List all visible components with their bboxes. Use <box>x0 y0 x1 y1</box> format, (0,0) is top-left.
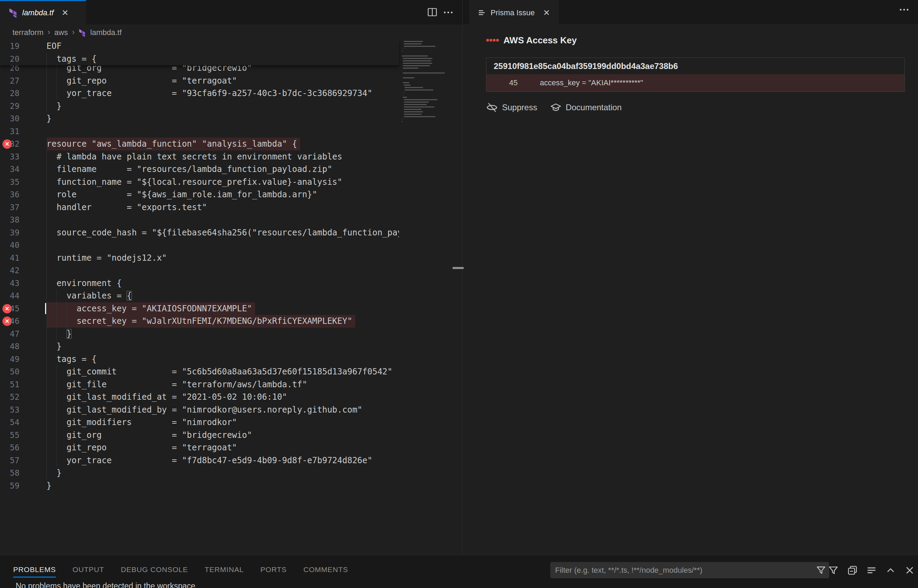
panel-resize-handle[interactable] <box>452 267 464 269</box>
tab-lambda-tf[interactable]: lambda.tf ✕ <box>0 0 86 25</box>
code-line-19[interactable]: 19EOF <box>0 40 399 53</box>
breadcrumb-aws[interactable]: aws <box>55 28 68 37</box>
indent-guide <box>66 315 67 328</box>
filter-input[interactable] <box>550 562 829 578</box>
code-line-32[interactable]: ✕32resource "aws_lambda_function" "analy… <box>0 137 399 150</box>
gutter: 30 <box>0 112 47 125</box>
maximize-panel-icon[interactable] <box>886 565 895 575</box>
issue-content: AWS Access Key 25910f981e85ca04baf359199… <box>463 35 918 113</box>
code-line-39[interactable]: 39 source_code_hash = "${filebase64sha25… <box>0 226 399 239</box>
minimap-line <box>403 97 407 98</box>
code-line-49[interactable]: 49 tags = { <box>0 353 399 366</box>
code-line-57[interactable]: 57 yor_trace = "f7d8bc47-e5d9-4b09-9d8f-… <box>0 454 399 467</box>
indent-guide <box>47 150 47 163</box>
code-line-48[interactable]: 48 } <box>0 340 399 353</box>
line-number: 33 <box>0 150 19 163</box>
more-actions-icon[interactable] <box>444 11 453 14</box>
terraform-icon <box>9 8 18 18</box>
minimap-line <box>404 104 427 105</box>
split-editor-icon[interactable] <box>427 8 437 17</box>
minimap-line <box>404 85 411 86</box>
documentation-button[interactable]: Documentation <box>550 102 622 113</box>
code-text: } <box>47 112 51 125</box>
code-text: git_last_modified_at = "2021-05-02 10:06… <box>47 391 287 404</box>
gutter: 29 <box>0 100 47 113</box>
code-line-50[interactable]: 50 git_commit = "5c6b5d60a8aa63a5d37e60f… <box>0 365 399 378</box>
line-number: 47 <box>0 328 19 341</box>
code-line-34[interactable]: 34 filename = "resources/lambda_function… <box>0 163 399 176</box>
indent-guide <box>47 454 47 467</box>
code-line-53[interactable]: 53 git_last_modified_by = "nimrodkor@use… <box>0 404 399 417</box>
code-line-44[interactable]: 44 variables = { <box>0 289 399 302</box>
indent-guide <box>47 188 47 201</box>
occurrence-code: access_key = "AKIAI**********" <box>540 78 643 87</box>
code-line-47[interactable]: 47 } <box>0 328 399 341</box>
panel-tab-problems[interactable]: PROBLEMS <box>13 555 56 584</box>
code-line-20[interactable]: 20 tags = { <box>0 53 399 66</box>
code-line-55[interactable]: 55 git_org = "bridgecrewio" <box>0 429 399 442</box>
close-panel-icon[interactable] <box>905 565 915 575</box>
indent-guide <box>47 365 47 378</box>
code-line-41[interactable]: 41 runtime = "nodejs12.x" <box>0 252 399 265</box>
more-actions-icon[interactable] <box>899 8 909 11</box>
indent-guide <box>57 365 57 378</box>
line-number: 49 <box>0 353 19 366</box>
line-number: 43 <box>0 277 19 290</box>
code-line-42[interactable]: 42 <box>0 264 399 277</box>
panel-tab-comments[interactable]: COMMENTS <box>303 555 348 584</box>
funnel-icon[interactable] <box>829 565 838 575</box>
code-line-27[interactable]: 27 git_repo = "terragoat" <box>0 74 399 87</box>
code-line-33[interactable]: 33 # lambda have plain text secrets in e… <box>0 150 399 163</box>
code-line-29[interactable]: 29 } <box>0 100 399 113</box>
code-editor[interactable]: 26 git_org = "bridgecrewio"27 git_repo =… <box>0 40 463 555</box>
minimap-line <box>403 68 418 69</box>
minimap-line <box>404 116 436 117</box>
finding-occurrence-row[interactable]: 45 access_key = "AKIAI**********" <box>486 74 905 92</box>
breadcrumb-lambda-tf[interactable]: lambda.tf <box>90 28 122 37</box>
line-number: 29 <box>0 100 19 113</box>
code-line-31[interactable]: 31 <box>0 125 399 138</box>
problems-status-message: No problems have been detected in the wo… <box>16 582 195 588</box>
panel-tab-debug-console[interactable]: DEBUG CONSOLE <box>121 555 188 584</box>
code-line-37[interactable]: 37 handler = "exports.test" <box>0 201 399 214</box>
panel-tab-terminal[interactable]: TERMINAL <box>205 555 244 584</box>
gutter: 52 <box>0 391 47 404</box>
close-icon[interactable]: ✕ <box>62 9 69 17</box>
code-line-36[interactable]: 36 role = "${aws_iam_role.iam_for_lambda… <box>0 188 399 201</box>
suppress-button[interactable]: Suppress <box>486 102 537 113</box>
code-line-38[interactable]: 38 <box>0 213 399 226</box>
gutter: 27 <box>0 74 47 87</box>
view-as-list-icon[interactable] <box>867 565 876 575</box>
code-line-54[interactable]: 54 git_modifiers = "nimrodkor" <box>0 416 399 429</box>
code-line-28[interactable]: 28 yor_trace = "93cfa6f9-a257-40c3-b7dc-… <box>0 87 399 100</box>
breadcrumb-terraform[interactable]: terraform <box>13 28 44 37</box>
panel-tab-ports[interactable]: PORTS <box>260 555 287 584</box>
line-number: 31 <box>0 125 19 138</box>
minimap-line <box>403 82 410 83</box>
minimap-line <box>404 102 429 103</box>
code-line-52[interactable]: 52 git_last_modified_at = "2021-05-02 10… <box>0 391 399 404</box>
line-number: 54 <box>0 416 19 429</box>
code-line-35[interactable]: 35 function_name = "${local.resource_pre… <box>0 176 399 189</box>
code-line-59[interactable]: 59} <box>0 480 399 492</box>
code-line-43[interactable]: 43 environment { <box>0 277 399 290</box>
code-line-58[interactable]: 58 } <box>0 467 399 480</box>
gutter: 47 <box>0 328 47 341</box>
collapse-all-icon[interactable] <box>848 565 857 575</box>
filter-funnel-icon[interactable] <box>816 565 826 575</box>
code-line-30[interactable]: 30} <box>0 112 399 125</box>
code-line-51[interactable]: 51 git_file = "terraform/aws/lambda.tf" <box>0 378 399 391</box>
code-line-56[interactable]: 56 git_repo = "terragoat" <box>0 441 399 454</box>
code-line-40[interactable]: 40 <box>0 239 399 252</box>
close-icon[interactable]: ✕ <box>543 9 550 17</box>
panel-tab-output[interactable]: OUTPUT <box>73 555 104 584</box>
indent-guide <box>47 201 47 214</box>
line-number: 36 <box>0 188 19 201</box>
minimap[interactable] <box>399 40 454 555</box>
tab-prisma-issue[interactable]: Prisma Issue ✕ <box>469 0 559 25</box>
code-line-46[interactable]: ✕46 secret_key = "wJalrXUtnFEMI/K7MDENG/… <box>0 315 399 328</box>
code-lines: 26 git_org = "bridgecrewio"27 git_repo =… <box>0 62 399 492</box>
minimap-line <box>404 46 436 47</box>
code-line-45[interactable]: ✕45 access_key = "AKIAIOSFODNN7EXAMPLE" <box>0 302 399 315</box>
indent-guide <box>47 315 47 328</box>
